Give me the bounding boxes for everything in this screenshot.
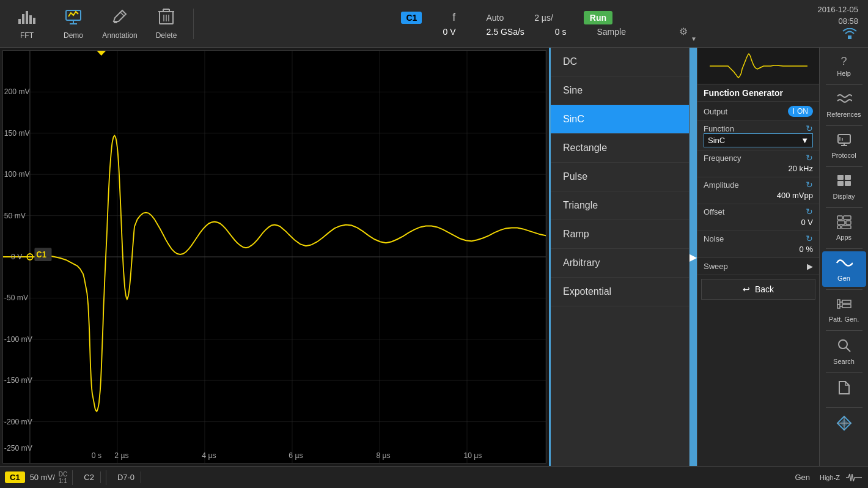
help-icon: ?: [840, 55, 847, 68]
fg-output-row: Output I ON: [697, 102, 819, 121]
sidebar-label-gen: Gen: [837, 275, 850, 282]
fg-noise-refresh-icon[interactable]: ↻: [806, 234, 813, 243]
toolbar-dropdown-arrow[interactable]: ▼: [691, 35, 697, 42]
dropdown-container: DC Sine SinC Rectangle Pulse Triangle Ra…: [549, 48, 697, 466]
demo-icon: [64, 8, 83, 29]
sb-dc-area: DC 1:1: [59, 471, 67, 484]
dropdown-item-ramp[interactable]: Ramp: [551, 220, 689, 249]
channel-badge[interactable]: C1: [401, 12, 422, 24]
sidebar-sep-4: [826, 207, 862, 208]
sidebar-sep-6: [826, 289, 862, 290]
fg-function-refresh-icon[interactable]: ↻: [806, 124, 813, 133]
fg-amplitude-label-row: Amplitude ↻: [704, 180, 813, 190]
dropdown-item-dc[interactable]: DC: [551, 48, 689, 76]
sidebar-item-display[interactable]: Display: [822, 169, 866, 205]
sb-ch2: C2: [78, 471, 101, 483]
fg-offset-section: Offset ↻ 0 V: [697, 204, 819, 231]
fg-sweep-row[interactable]: Sweep ▶: [697, 258, 819, 275]
utility-icon: [836, 415, 852, 434]
delete-label: Delete: [156, 31, 177, 40]
fg-back-label: Back: [755, 284, 774, 294]
demo-button[interactable]: Demo: [51, 3, 95, 45]
sb-scale: 50 mV/: [30, 473, 55, 482]
fg-function-value: SinC: [708, 136, 725, 145]
fg-amplitude-value: 400 mVpp: [704, 190, 813, 201]
svg-rect-4: [33, 18, 35, 24]
fg-amplitude-label: Amplitude: [704, 180, 739, 190]
sidebar-item-help[interactable]: ? Help: [822, 50, 866, 82]
sidebar-item-apps[interactable]: Apps: [822, 210, 866, 246]
sidebar-item-gen[interactable]: Gen: [822, 251, 866, 287]
toolbar-params-area: C1 f Auto 2 µs/ Run 0 V 2.5 GSa/s 0 s: [199, 11, 815, 37]
svg-text:-150 mV: -150 mV: [4, 376, 33, 385]
svg-rect-64: [837, 216, 842, 220]
svg-text:2 µs: 2 µs: [114, 451, 128, 460]
sidebar-item-protocol[interactable]: Protocol: [822, 128, 866, 164]
svg-text:0 s: 0 s: [92, 451, 101, 460]
svg-rect-68: [837, 226, 840, 229]
sb-ratio: 1:1: [59, 478, 67, 484]
svg-rect-66: [837, 221, 845, 224]
fg-function-label-row: Function ↻: [704, 124, 813, 133]
fg-function-select[interactable]: SinC ▼: [704, 133, 813, 147]
fg-amplitude-refresh-icon[interactable]: ↻: [806, 180, 813, 190]
delete-button[interactable]: Delete: [144, 3, 188, 45]
fft-icon: [17, 8, 37, 29]
dropdown-item-arbitrary[interactable]: Arbitrary: [551, 249, 689, 278]
protocol-icon: [837, 133, 851, 150]
fg-back-button[interactable]: ↩ Back: [701, 279, 815, 300]
sb-scale-area: 50 mV/ DC 1:1: [30, 471, 68, 484]
delete-icon: [158, 8, 174, 29]
run-badge[interactable]: Run: [584, 11, 612, 24]
oscilloscope-screen[interactable]: 200 mV 150 mV 100 mV 50 mV 0 V -50 mV -1…: [2, 50, 546, 464]
auto-label: Auto: [486, 13, 504, 23]
auto-col: Auto: [486, 13, 504, 23]
sidebar-item-references[interactable]: References: [822, 87, 866, 123]
sidebar-item-utility[interactable]: [822, 410, 866, 441]
svg-rect-61: [845, 175, 851, 180]
function-generator-panel: Function Generator Output I ON Function …: [697, 48, 819, 466]
references-icon: [836, 92, 852, 109]
sidebar-item-search[interactable]: Search: [822, 333, 866, 370]
svg-text:6 µs: 6 µs: [289, 451, 303, 460]
timebase-col: 2 µs/: [534, 13, 553, 23]
display-icon: [837, 174, 851, 191]
samplerate-value: 2.5 GSa/s: [487, 27, 524, 37]
dropdown-item-pulse[interactable]: Pulse: [551, 163, 689, 191]
sidebar-item-patt-gen[interactable]: Patt. Gen.: [822, 292, 866, 328]
svg-rect-67: [846, 221, 851, 224]
sidebar-sep-1: [826, 84, 862, 85]
fft-label: FFT: [20, 31, 34, 40]
chevron-down-icon: ▼: [801, 136, 809, 145]
svg-text:150 mV: 150 mV: [4, 128, 30, 137]
fg-noise-section: Noise ↻ 0 %: [697, 231, 819, 258]
svg-line-8: [120, 12, 124, 16]
dropdown-item-triangle[interactable]: Triangle: [551, 191, 689, 220]
apps-icon: [837, 215, 851, 232]
dropdown-item-sinc[interactable]: SinC: [551, 105, 689, 134]
fg-output-toggle[interactable]: I ON: [788, 106, 813, 117]
sidebar-label-help: Help: [837, 70, 851, 77]
sb-d7-0: D7-0: [111, 471, 141, 483]
fg-offset-label: Offset: [704, 207, 724, 216]
fg-noise-label-row: Noise ↻: [704, 234, 813, 243]
sidebar: ? Help References: [819, 48, 868, 466]
sidebar-label-patt-gen: Patt. Gen.: [829, 316, 859, 323]
dropdown-item-expotential[interactable]: Expotential: [551, 278, 689, 306]
fft-button[interactable]: FFT: [5, 3, 49, 45]
svg-rect-69: [842, 226, 851, 229]
fg-frequency-label: Frequency: [704, 153, 741, 163]
sb-channel-badge[interactable]: C1: [5, 471, 25, 483]
dropdown-item-sine[interactable]: Sine: [551, 76, 689, 105]
fg-offset-value: 0 V: [704, 216, 813, 228]
annotation-button[interactable]: Annotation: [98, 3, 142, 45]
svg-rect-1: [22, 14, 24, 24]
gear-button[interactable]: ⚙: [679, 26, 688, 37]
svg-text:8 µs: 8 µs: [376, 451, 390, 460]
fg-noise-label: Noise: [704, 234, 724, 243]
dropdown-item-rectangle[interactable]: Rectangle: [551, 134, 689, 163]
time-display: 08:58: [838, 17, 858, 26]
fg-offset-refresh-icon[interactable]: ↻: [806, 207, 813, 216]
fg-frequency-refresh-icon[interactable]: ↻: [806, 153, 813, 163]
sidebar-item-file[interactable]: [822, 375, 866, 405]
